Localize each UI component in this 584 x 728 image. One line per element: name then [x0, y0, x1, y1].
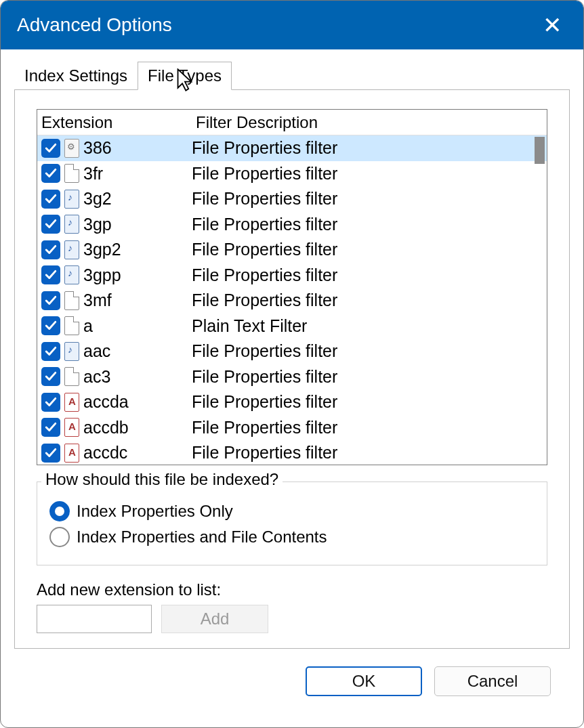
tab-index-settings[interactable]: Index Settings	[14, 62, 138, 90]
table-row[interactable]: 3frFile Properties filter	[37, 161, 547, 187]
checkbox[interactable]	[41, 240, 60, 259]
table-row[interactable]: 386File Properties filter	[37, 135, 547, 161]
filter-description-value: File Properties filter	[192, 138, 337, 158]
extension-value: 3fr	[83, 164, 192, 184]
table-row[interactable]: 3mfFile Properties filter	[37, 288, 547, 314]
filter-description-value: File Properties filter	[192, 164, 337, 184]
radio-properties-only-label: Index Properties Only	[77, 502, 233, 521]
checkbox[interactable]	[41, 139, 60, 158]
filter-description-value: Plain Text Filter	[192, 316, 307, 336]
title-bar: Advanced Options ✕	[1, 1, 583, 49]
extension-value: aac	[83, 341, 192, 361]
table-row[interactable]: aacFile Properties filter	[37, 339, 547, 364]
media-icon	[64, 215, 79, 234]
extension-value: accdb	[83, 418, 192, 437]
table-row[interactable]: accdcFile Properties filter	[37, 440, 547, 465]
media-icon	[64, 265, 79, 284]
tab-panel: Extension Filter Description 386File Pro…	[14, 89, 570, 649]
radio-properties-contents[interactable]	[49, 527, 70, 547]
access-icon	[64, 393, 79, 412]
table-row[interactable]: 3gp2File Properties filter	[37, 237, 547, 263]
extension-value: a	[83, 316, 192, 336]
radio-properties-only[interactable]	[49, 501, 70, 521]
checkbox[interactable]	[41, 215, 60, 234]
checkbox[interactable]	[41, 393, 60, 412]
rows-container: 386File Properties filter3frFile Propert…	[37, 135, 547, 465]
media-icon	[64, 342, 79, 361]
filter-description-value: File Properties filter	[192, 291, 337, 310]
checkbox[interactable]	[41, 316, 60, 335]
table-row[interactable]: ac3File Properties filter	[37, 364, 547, 390]
file-icon	[64, 291, 79, 310]
add-extension-input[interactable]	[37, 605, 152, 633]
filter-description-value: File Properties filter	[192, 392, 337, 412]
filter-description-value: File Properties filter	[192, 418, 337, 437]
extension-value: 3gp	[83, 215, 192, 234]
extension-value: 386	[83, 138, 192, 158]
extension-value: 3gpp	[83, 265, 192, 285]
filter-description-value: File Properties filter	[192, 367, 337, 387]
radio-properties-only-row[interactable]: Index Properties Only	[49, 501, 535, 521]
access-icon	[64, 444, 79, 463]
cancel-button[interactable]: Cancel	[434, 666, 551, 696]
checkbox[interactable]	[41, 164, 60, 183]
media-icon	[64, 240, 79, 259]
column-extension[interactable]: Extension	[37, 110, 192, 135]
access-icon	[64, 418, 79, 437]
table-row[interactable]: accdaFile Properties filter	[37, 389, 547, 415]
tab-bar: Index Settings File Types	[14, 62, 570, 90]
index-mode-group: How should this file be indexed? Index P…	[37, 481, 547, 565]
content-area: Index Settings File Types Extension Filt…	[1, 49, 583, 696]
column-headers: Extension Filter Description	[37, 110, 547, 135]
extension-value: accdc	[83, 443, 192, 463]
radio-properties-contents-row[interactable]: Index Properties and File Contents	[49, 527, 535, 547]
extension-value: accda	[83, 392, 192, 412]
scrollbar-thumb[interactable]	[535, 137, 545, 164]
table-row[interactable]: 3g2File Properties filter	[37, 186, 547, 212]
add-extension-label: Add new extension to list:	[37, 580, 547, 599]
tab-file-types[interactable]: File Types	[138, 62, 232, 90]
system-icon	[64, 139, 79, 158]
checkbox[interactable]	[41, 367, 60, 386]
filter-description-value: File Properties filter	[192, 240, 337, 259]
radio-properties-contents-label: Index Properties and File Contents	[77, 528, 327, 547]
file-type-list[interactable]: Extension Filter Description 386File Pro…	[37, 109, 547, 465]
extension-value: ac3	[83, 367, 192, 387]
column-filter-description[interactable]: Filter Description	[192, 110, 547, 135]
extension-value: 3gp2	[83, 240, 192, 259]
checkbox[interactable]	[41, 265, 60, 284]
extension-value: 3g2	[83, 189, 192, 209]
media-icon	[64, 190, 79, 209]
group-label: How should this file be indexed?	[41, 470, 283, 489]
checkbox[interactable]	[41, 190, 60, 209]
filter-description-value: File Properties filter	[192, 341, 337, 361]
add-button[interactable]: Add	[161, 605, 268, 633]
filter-description-value: File Properties filter	[192, 189, 337, 209]
table-row[interactable]: 3gpFile Properties filter	[37, 212, 547, 238]
checkbox[interactable]	[41, 418, 60, 437]
close-icon[interactable]: ✕	[537, 12, 567, 39]
extension-value: 3mf	[83, 291, 192, 310]
ok-button[interactable]: OK	[306, 666, 422, 696]
dialog-actions: OK Cancel	[14, 649, 570, 696]
filter-description-value: File Properties filter	[192, 265, 337, 285]
filter-description-value: File Properties filter	[192, 443, 337, 463]
table-row[interactable]: aPlain Text Filter	[37, 314, 547, 339]
add-extension-section: Add new extension to list: Add	[37, 580, 547, 633]
checkbox[interactable]	[41, 291, 60, 310]
checkbox[interactable]	[41, 444, 60, 463]
file-icon	[64, 316, 79, 335]
table-row[interactable]: accdbFile Properties filter	[37, 415, 547, 441]
file-icon	[64, 164, 79, 183]
filter-description-value: File Properties filter	[192, 215, 337, 234]
checkbox[interactable]	[41, 342, 60, 361]
table-row[interactable]: 3gppFile Properties filter	[37, 263, 547, 288]
file-icon	[64, 367, 79, 386]
window-title: Advanced Options	[17, 14, 172, 36]
